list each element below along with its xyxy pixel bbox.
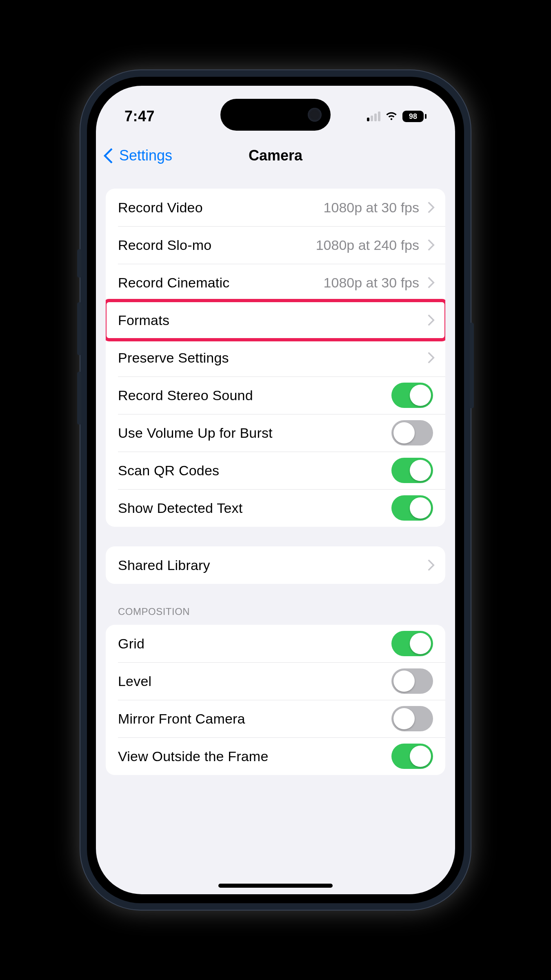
dynamic-island [220, 99, 331, 131]
toggle-grid[interactable] [391, 631, 433, 656]
toggle-knob [393, 708, 415, 729]
row-label: Record Video [118, 200, 324, 216]
settings-group-3: GridLevelMirror Front CameraView Outside… [106, 625, 445, 775]
toggle-level[interactable] [391, 668, 433, 694]
toggle-mirror-front-camera[interactable] [391, 706, 433, 731]
stage: 7:47 98 Settin [0, 0, 551, 980]
row-record-stereo-sound[interactable]: Record Stereo Sound [106, 376, 445, 414]
back-label: Settings [119, 147, 172, 164]
chevron-right-icon [423, 202, 435, 213]
row-label: View Outside the Frame [118, 748, 391, 764]
home-indicator[interactable] [218, 884, 333, 888]
row-view-outside-the-frame[interactable]: View Outside the Frame [106, 737, 445, 775]
toggle-use-volume-up-for-burst[interactable] [391, 420, 433, 445]
row-label: Use Volume Up for Burst [118, 425, 391, 441]
toggle-knob [410, 385, 431, 406]
row-label: Preserve Settings [118, 350, 425, 366]
phone-frame: 7:47 98 Settin [80, 69, 471, 911]
chevron-right-icon [423, 559, 435, 571]
row-value: 1080p at 30 fps [324, 200, 419, 216]
section-header-composition: COMPOSITION [106, 606, 445, 621]
row-preserve-settings[interactable]: Preserve Settings [106, 339, 445, 376]
row-label: Show Detected Text [118, 500, 391, 516]
chevron-right-icon [423, 239, 435, 251]
row-level[interactable]: Level [106, 662, 445, 700]
row-label: Mirror Front Camera [118, 711, 391, 727]
toggle-knob [410, 746, 431, 767]
phone-bezel: 7:47 98 Settin [87, 77, 464, 903]
row-record-video[interactable]: Record Video1080p at 30 fps [106, 189, 445, 226]
toggle-knob [393, 422, 415, 443]
row-grid[interactable]: Grid [106, 625, 445, 662]
power-button [470, 323, 474, 408]
toggle-scan-qr-codes[interactable] [391, 458, 433, 483]
row-label: Shared Library [118, 557, 425, 573]
toggle-view-outside-the-frame[interactable] [391, 744, 433, 769]
volume-down-button [77, 372, 81, 425]
chevron-left-icon [103, 148, 119, 163]
row-label: Record Stereo Sound [118, 388, 391, 403]
row-value: 1080p at 240 fps [316, 237, 419, 253]
status-icons: 98 [367, 98, 427, 122]
row-formats[interactable]: Formats [106, 301, 445, 339]
toggle-record-stereo-sound[interactable] [391, 383, 433, 408]
toggle-knob [393, 670, 415, 692]
settings-group-1: Record Video1080p at 30 fpsRecord Slo-mo… [106, 189, 445, 527]
volume-up-button [77, 302, 81, 355]
toggle-show-detected-text[interactable] [391, 495, 433, 521]
row-label: Record Cinematic [118, 275, 324, 291]
row-record-slo-mo[interactable]: Record Slo-mo1080p at 240 fps [106, 226, 445, 264]
row-use-volume-up-for-burst[interactable]: Use Volume Up for Burst [106, 414, 445, 452]
content[interactable]: Record Video1080p at 30 fpsRecord Slo-mo… [96, 177, 455, 894]
nav-bar: Settings Camera [96, 139, 455, 172]
toggle-knob [410, 497, 431, 519]
page-title: Camera [249, 147, 302, 164]
row-show-detected-text[interactable]: Show Detected Text [106, 489, 445, 527]
row-label: Scan QR Codes [118, 463, 391, 479]
wifi-icon [385, 111, 398, 121]
screen: 7:47 98 Settin [96, 86, 455, 894]
row-shared-library[interactable]: Shared Library [106, 546, 445, 584]
row-scan-qr-codes[interactable]: Scan QR Codes [106, 452, 445, 489]
row-value: 1080p at 30 fps [324, 275, 419, 291]
row-label: Record Slo-mo [118, 237, 316, 253]
chevron-right-icon [423, 314, 435, 326]
row-label: Formats [118, 312, 425, 328]
toggle-knob [410, 460, 431, 481]
row-record-cinematic[interactable]: Record Cinematic1080p at 30 fps [106, 264, 445, 301]
row-mirror-front-camera[interactable]: Mirror Front Camera [106, 700, 445, 737]
chevron-right-icon [423, 277, 435, 288]
back-button[interactable]: Settings [106, 147, 172, 164]
cellular-icon [367, 111, 380, 121]
silence-switch [77, 249, 81, 278]
row-label: Level [118, 673, 391, 689]
status-time: 7:47 [124, 96, 155, 125]
chevron-right-icon [423, 352, 435, 363]
toggle-knob [410, 633, 431, 654]
battery-icon: 98 [402, 111, 427, 122]
battery-level: 98 [402, 111, 424, 122]
row-label: Grid [118, 636, 391, 652]
settings-group-2: Shared Library [106, 546, 445, 584]
